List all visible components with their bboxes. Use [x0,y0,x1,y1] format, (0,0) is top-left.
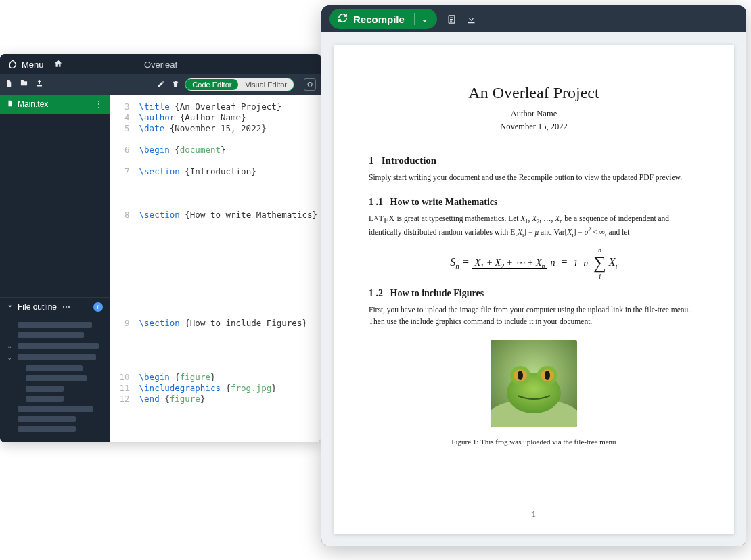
chevron-down-icon: ⌄ [7,354,14,361]
outline-item[interactable] [7,414,103,424]
pdf-viewport[interactable]: An Overleaf Project Author Name November… [321,32,746,546]
file-sidebar: Main.tex ⋮ File outline ⋯ i ⌄ ⌄ [0,95,110,442]
outline-item[interactable] [7,383,103,394]
file-outline-header[interactable]: File outline ⋯ i [0,297,110,316]
menu-label: Menu [22,60,44,70]
editor-toolbar: Code Editor Visual Editor Ω [0,74,321,95]
section-heading: 1 Introduction [369,155,699,166]
pdf-page: An Overleaf Project Author Name November… [334,45,734,534]
chevron-down-icon: ⌄ [422,15,428,24]
visual-editor-tab[interactable]: Visual Editor [238,79,294,90]
subsection-heading: 1 .2 How to include Figures [369,288,699,299]
editor-body: Main.tex ⋮ File outline ⋯ i ⌄ ⌄ [0,95,321,442]
outline-item[interactable] [7,424,103,434]
upload-icon[interactable] [35,79,43,90]
outline-item[interactable]: ⌄ [7,340,103,352]
outline-item[interactable]: ⌄ [7,352,103,363]
figure-caption: Figure 1: This frog was uploaded via the… [369,438,699,446]
logs-icon[interactable] [447,14,457,25]
home-icon[interactable] [53,59,63,70]
code-editor-tab[interactable]: Code Editor [185,79,238,90]
frog-image [491,340,577,427]
ellipsis-icon: ⋯ [62,302,70,312]
app-title: Overleaf [144,60,177,70]
file-icon [7,99,14,110]
chevron-down-icon [7,302,14,312]
outline-item[interactable] [7,320,103,330]
svg-point-11 [518,371,523,380]
equation: Sn = X1 + X2 + ⋯ + Xnn = 1n n∑i Xi [369,253,699,273]
refresh-icon [338,13,348,25]
subsection-heading: 1 .1 How to write Mathematics [369,197,699,208]
chevron-down-icon: ⌄ [7,342,14,350]
subsection-body: LATEX is great at typesetting mathematic… [369,213,699,239]
overleaf-logo-icon [7,59,18,70]
section-body: Simply start writing your document and u… [369,172,699,183]
pdf-window: Recompile ⌄ An Overleaf Project Author N… [321,5,746,546]
line-gutter: 3456789101112 [110,95,135,442]
editor-mode-toggle: Code Editor Visual Editor [185,78,294,91]
new-file-icon[interactable] [5,79,13,90]
info-icon[interactable]: i [93,302,103,312]
editor-window: Menu Overleaf Code Editor Visual Editor … [0,54,321,442]
pdf-toolbar: Recompile ⌄ [321,5,746,32]
menu-button[interactable]: Menu [7,59,44,70]
figure: Figure 1: This frog was uploaded via the… [369,340,699,446]
outline-item[interactable] [7,330,103,340]
special-char-button[interactable]: Ω [304,78,316,91]
editor-topbar: Menu Overleaf [0,54,321,74]
file-name: Main.tex [18,99,48,109]
file-item-main[interactable]: Main.tex ⋮ [0,95,110,114]
file-outline-panel: File outline ⋯ i ⌄ ⌄ [0,297,110,442]
outline-item[interactable] [7,404,103,414]
recompile-button[interactable]: Recompile ⌄ [329,9,437,29]
outline-items: ⌄ ⌄ [0,316,110,442]
page-number: 1 [532,509,536,519]
code-editor[interactable]: 3456789101112 \title {An Overleaf Projec… [110,95,321,442]
subsection-body: First, you have to upload the image file… [369,304,699,327]
document-date: November 15, 2022 [369,122,699,132]
code-lines[interactable]: \title {An Overleaf Project}\author {Aut… [135,95,321,442]
document-author: Author Name [369,109,699,119]
outline-item[interactable] [7,363,103,373]
file-outline-title: File outline [18,302,57,312]
outline-item[interactable] [7,373,103,383]
delete-icon[interactable] [172,80,179,90]
rename-icon[interactable] [157,80,165,90]
new-folder-icon[interactable] [20,79,28,90]
svg-point-12 [545,371,550,380]
outline-item[interactable] [7,394,103,404]
document-title: An Overleaf Project [369,84,699,102]
download-icon[interactable] [466,14,476,24]
recompile-label: Recompile [353,14,405,25]
file-menu-icon[interactable]: ⋮ [95,99,103,109]
